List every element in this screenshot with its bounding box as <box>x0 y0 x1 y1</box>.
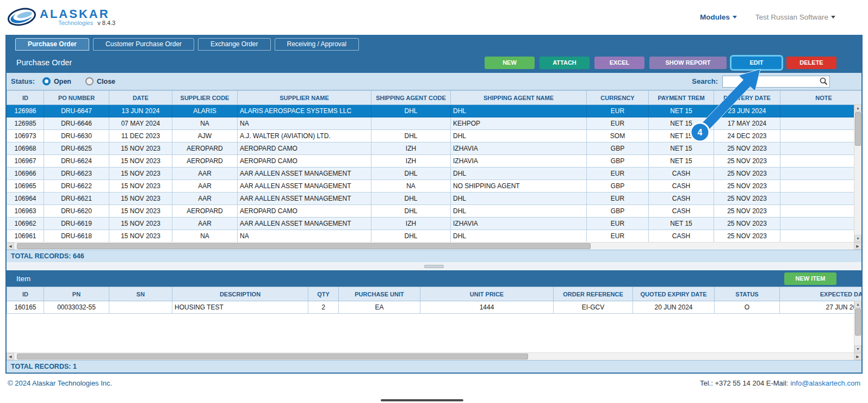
column-header-pn[interactable]: PN <box>44 287 109 301</box>
column-header-po-number[interactable]: PO NUMBER <box>44 91 109 105</box>
column-header-status[interactable]: STATUS <box>715 287 780 301</box>
new-item-button[interactable]: NEW ITEM <box>784 272 836 285</box>
scroll-left-icon[interactable]: ◀ <box>7 243 14 250</box>
search-icon[interactable] <box>820 77 828 85</box>
cell: DRU-6621 <box>44 193 109 205</box>
new-button[interactable]: NEW <box>485 57 535 69</box>
table-row[interactable]: 106965DRU-662215 NOV 2023AARAAR AALLEN A… <box>7 180 862 193</box>
email-link[interactable]: info@alaskartech.com <box>790 379 860 387</box>
po-hscroll-track[interactable] <box>14 243 854 250</box>
table-row[interactable]: 126986DRU-664713 JUN 2024ALARISALARIS AE… <box>7 105 862 117</box>
section-splitter <box>7 262 861 270</box>
cell: 106961 <box>7 230 44 243</box>
cell <box>780 105 862 117</box>
column-header-qty[interactable]: QTY <box>308 287 339 301</box>
scroll-down-icon[interactable]: ▼ <box>854 345 861 352</box>
item-vscroll-thumb[interactable] <box>855 308 861 336</box>
tab-exchange-order[interactable]: Exchange Order <box>198 38 270 51</box>
po-vertical-scrollbar[interactable]: ▲ ▼ <box>854 104 861 242</box>
column-header-date[interactable]: DATE <box>109 91 172 105</box>
cell: NET 15 <box>649 130 714 142</box>
cell: 00033032-55 <box>44 301 109 314</box>
table-row[interactable]: 106967DRU-662415 NOV 2023AEROPARDAEROPAR… <box>7 155 862 168</box>
status-close-radio[interactable] <box>85 77 94 85</box>
status-open-radio[interactable] <box>42 77 51 85</box>
column-header-sn[interactable]: SN <box>109 287 172 301</box>
edit-button[interactable]: EDIT <box>731 57 782 69</box>
column-header-order-reference[interactable]: ORDER REFERENCE <box>554 287 633 301</box>
cell: HOUSING TEST <box>172 301 308 314</box>
column-header-currency[interactable]: CURRENCY <box>587 91 649 105</box>
po-title-bar: Purchase Order NEW ATTACH EXCEL SHOW REP… <box>7 52 861 73</box>
table-row[interactable]: 106964DRU-662115 NOV 2023AARAAR AALLEN A… <box>7 193 862 205</box>
cell: 24 DEC 2023 <box>714 130 780 142</box>
scroll-right-icon[interactable]: ▶ <box>854 243 861 250</box>
scroll-down-icon[interactable]: ▼ <box>854 235 861 242</box>
column-header-id[interactable]: ID <box>7 91 44 105</box>
item-vertical-scrollbar[interactable]: ▲ ▼ <box>854 301 861 352</box>
delete-button[interactable]: DELETE <box>786 57 836 69</box>
tab-receiving-approval[interactable]: Receiving / Approval <box>275 38 359 51</box>
item-vscroll-track[interactable] <box>854 308 861 345</box>
cell: DHL <box>371 205 451 218</box>
table-row[interactable]: 106973DRU-663011 DEC 2023AJWA.J. WALTER … <box>7 130 862 142</box>
column-header-supplier-code[interactable]: SUPPLIER CODE <box>172 91 238 105</box>
po-horizontal-scrollbar[interactable]: ◀ ▶ <box>7 242 861 250</box>
cell: 25 NOV 2023 <box>714 218 780 230</box>
column-header-purchase-unit[interactable]: PURCHASE UNIT <box>339 287 420 301</box>
cell: AAR AALLEN ASSET MANAGEMENT <box>238 218 371 230</box>
cell: KEHPOP <box>451 117 587 130</box>
status-label: Status: <box>11 77 35 85</box>
po-vscroll-thumb[interactable] <box>855 112 861 146</box>
footer: © 2024 Alaskar Technologies Inc. Tel.: +… <box>0 374 868 387</box>
tab-purchase-order[interactable]: Purchase Order <box>15 38 89 51</box>
column-header-payment-trem[interactable]: PAYMENT TREM <box>649 91 714 105</box>
table-row[interactable]: 106966DRU-662315 NOV 2023AARAAR AALLEN A… <box>7 168 862 180</box>
table-row[interactable]: 106961DRU-661815 NOV 2023NANADHLDHLEURCA… <box>7 230 862 243</box>
page-scrollbar-thumb[interactable] <box>381 399 463 401</box>
chevron-down-icon <box>733 16 737 18</box>
table-row[interactable]: 16016500033032-55HOUSING TEST2EA1444EI-G… <box>7 301 862 314</box>
table-row[interactable]: 106963DRU-662015 NOV 2023AEROPARDAEROPAR… <box>7 205 862 218</box>
item-hscroll-track[interactable] <box>14 353 854 360</box>
account-menu[interactable]: Test Russian Software <box>755 13 835 21</box>
column-header-id[interactable]: ID <box>7 287 44 301</box>
scroll-up-icon[interactable]: ▲ <box>854 104 861 111</box>
excel-button[interactable]: EXCEL <box>594 57 644 69</box>
column-header-description[interactable]: DESCRIPTION <box>172 287 308 301</box>
column-header-expected-date[interactable]: EXPECTED DATE <box>780 287 862 301</box>
table-row[interactable]: 126985DRU-664607 MAY 2024NANAKEHPOPEURNE… <box>7 117 862 130</box>
column-header-supplier-name[interactable]: SUPPLIER NAME <box>238 91 371 105</box>
cell: 25 NOV 2023 <box>714 193 780 205</box>
search-input[interactable] <box>722 76 830 88</box>
cell: 15 NOV 2023 <box>109 205 172 218</box>
column-header-quoted-expiry-date[interactable]: QUOTED EXPIRY DATE <box>633 287 715 301</box>
column-header-shipping-agent-name[interactable]: SHIPPING AGENT NAME <box>451 91 587 105</box>
cell: DRU-6620 <box>44 205 109 218</box>
tab-customer-purchase-order[interactable]: Customer Purchase Order <box>93 38 194 51</box>
po-vscroll-track[interactable] <box>854 111 861 235</box>
cell: 27 JUN 2024 <box>780 301 862 314</box>
status-open-option[interactable]: Open <box>42 77 71 85</box>
cell: 11 DEC 2023 <box>109 130 172 142</box>
cell: DHL <box>371 193 451 205</box>
cell: DHL <box>371 105 451 117</box>
scroll-up-icon[interactable]: ▲ <box>854 301 861 308</box>
column-header-note[interactable]: NOTE <box>780 91 862 105</box>
status-close-option[interactable]: Close <box>85 77 115 85</box>
column-header-unit-price[interactable]: UNIT PRICE <box>420 287 554 301</box>
column-header-shipping-agent-code[interactable]: SHIPPING AGENT CODE <box>371 91 451 105</box>
modules-menu[interactable]: Modules <box>700 13 737 21</box>
splitter-grip[interactable] <box>424 265 444 268</box>
table-row[interactable]: 106962DRU-661915 NOV 2023AARAAR AALLEN A… <box>7 218 862 230</box>
item-hscroll-thumb[interactable] <box>17 354 528 359</box>
cell: EUR <box>587 230 649 243</box>
show-report-button[interactable]: SHOW REPORT <box>649 57 727 69</box>
item-horizontal-scrollbar[interactable]: ◀ ▶ <box>7 352 861 360</box>
po-hscroll-thumb[interactable] <box>17 243 591 249</box>
scroll-right-icon[interactable]: ▶ <box>854 353 861 360</box>
column-header-delivery-date[interactable]: DELIVERY DATE <box>714 91 780 105</box>
attach-button[interactable]: ATTACH <box>540 57 590 69</box>
scroll-left-icon[interactable]: ◀ <box>7 353 14 360</box>
table-row[interactable]: 106968DRU-662515 NOV 2023AEROPARDAEROPAR… <box>7 142 862 155</box>
